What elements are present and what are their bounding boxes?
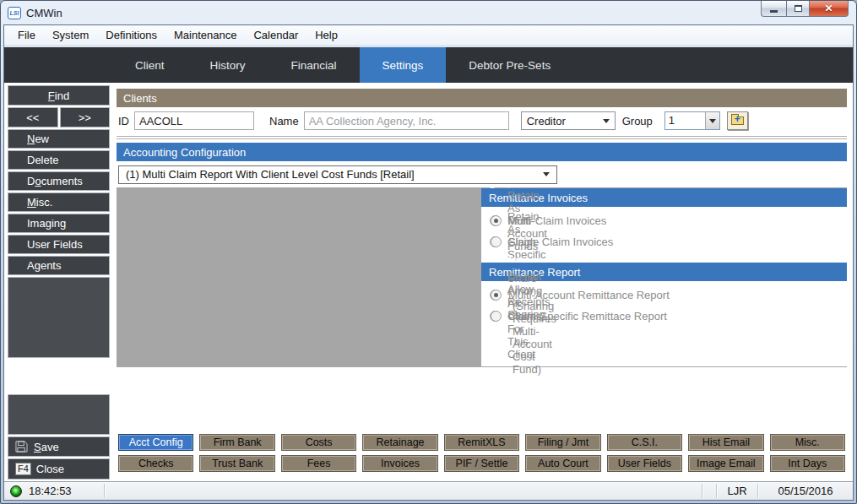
prev-record-button[interactable]: << (8, 107, 58, 127)
column-divider (117, 188, 481, 366)
accounting-config-select[interactable]: (1) Multi Claim Report With Client Level… (118, 165, 557, 184)
id-label: ID (118, 115, 129, 127)
find-button[interactable]: Find (8, 85, 110, 106)
tab-financial[interactable]: Financial (268, 47, 360, 83)
status-time-panel: 18:42:53 (4, 482, 104, 500)
status-time: 18:42:53 (29, 485, 72, 497)
nav-int-days[interactable]: Int Days (770, 455, 845, 472)
app-window: LSI CMWin ✕ File System Definitions Main… (0, 0, 857, 504)
nav-user-fields[interactable]: User Fields (607, 455, 682, 472)
accounting-config-row: (1) Multi Claim Report With Client Level… (117, 161, 847, 187)
add-group-button[interactable]: + (727, 111, 748, 130)
content: Clients ID Name Creditor Group 1 (112, 83, 853, 481)
save-button[interactable]: Save (8, 436, 110, 457)
radio-multi-account-remit-report[interactable]: Multi-Account Remittance Report (485, 285, 847, 306)
remittance-report-options: Multi-Account Remittance Report Claim-Sp… (482, 281, 847, 366)
save-floppy-icon (15, 441, 28, 453)
nav-hist-email[interactable]: Hist Email (688, 434, 763, 451)
sidebar-spacer (8, 360, 110, 394)
status-led-icon (10, 485, 22, 497)
next-record-button[interactable]: >> (60, 107, 111, 127)
nav-costs[interactable]: Costs (281, 434, 356, 451)
nav-fees[interactable]: Fees (281, 455, 356, 472)
menu-system[interactable]: System (44, 27, 97, 43)
group-dropdown-button[interactable] (705, 112, 719, 129)
minimize-icon (770, 10, 778, 13)
menu-definitions[interactable]: Definitions (97, 27, 165, 43)
maximize-button[interactable] (786, 1, 810, 17)
main-row: Find << >> New Delete Documents Misc. (4, 83, 853, 481)
sidebar-empty-panel (8, 277, 110, 358)
f4-key-icon: F4 (15, 463, 31, 475)
status-date: 05/15/2016 (758, 482, 853, 500)
delete-button[interactable]: Delete (8, 150, 110, 170)
menu-maintenance[interactable]: Maintenance (165, 27, 245, 43)
tab-debtor-pre-sets[interactable]: Debtor Pre-Sets (446, 47, 573, 83)
menu-help[interactable]: Help (306, 27, 346, 43)
nav-trust-bank[interactable]: Trust Bank (199, 455, 274, 472)
close-button[interactable]: ✕ (810, 1, 849, 17)
radio-single-claim-invoices[interactable]: Single Claim Invoices (485, 231, 847, 252)
imaging-button[interactable]: Imaging (8, 214, 110, 233)
tab-settings[interactable]: Settings (360, 47, 447, 83)
client-area: File System Definitions Maintenance Cale… (3, 24, 854, 501)
clients-section-header: Clients (117, 89, 847, 107)
chevron-down-icon (543, 172, 550, 176)
chevron-down-icon (603, 119, 610, 123)
nav-pif-settle[interactable]: PIF / Settle (444, 455, 519, 472)
status-user: LJR (717, 482, 757, 500)
nav-image-email[interactable]: Image Email (688, 455, 763, 472)
record-nav: << >> (8, 107, 110, 127)
status-message-panel (105, 482, 702, 500)
misc-button[interactable]: Misc. (8, 192, 110, 212)
group-label: Group (622, 115, 653, 127)
documents-button[interactable]: Documents (8, 171, 110, 191)
group-select[interactable]: 1 (664, 111, 720, 130)
remittance-invoices-options: Multi-Claim Invoices Single Claim Invoic… (482, 207, 847, 263)
nav-acct-config[interactable]: Acct Config (118, 434, 193, 451)
sidebar-empty-panel (8, 394, 110, 435)
name-input[interactable] (304, 111, 509, 130)
close-icon: ✕ (824, 3, 833, 14)
statusbar: 18:42:53 LJR 05/15/2016 (4, 481, 853, 500)
tab-client[interactable]: Client (112, 47, 187, 83)
status-empty-panel (702, 482, 716, 500)
menu-calendar[interactable]: Calendar (245, 27, 306, 43)
user-fields-button[interactable]: User Fields (8, 235, 110, 254)
client-fields-row: ID Name Creditor Group 1 + (117, 107, 847, 134)
nav-invoices[interactable]: Invoices (362, 455, 437, 472)
client-type-select[interactable]: Creditor (521, 111, 616, 130)
nav-remitxls[interactable]: RemitXLS (444, 434, 519, 451)
radio-multi-claim-invoices[interactable]: Multi-Claim Invoices (485, 210, 847, 231)
options-sections: Cost Fund Remittance Invoices Retain As … (117, 187, 847, 367)
window-controls: ✕ (761, 1, 849, 17)
radio-claim-specific-remit-report[interactable]: Claim-Specific Remittace Report (485, 306, 847, 327)
accounting-config-header: Accounting Configuration (117, 143, 847, 161)
new-button[interactable]: New (8, 129, 110, 149)
titlebar[interactable]: LSI CMWin (1, 1, 856, 24)
nav-auto-court[interactable]: Auto Court (525, 455, 600, 472)
nav-csi[interactable]: C.S.I. (607, 434, 682, 451)
nav-filing-jmt[interactable]: Filing / Jmt (525, 434, 600, 451)
nav-misc[interactable]: Misc. (770, 434, 845, 451)
id-input[interactable] (134, 111, 254, 130)
nav-retainage[interactable]: Retainage (362, 434, 437, 451)
minimize-button[interactable] (761, 1, 786, 17)
name-label: Name (269, 115, 299, 127)
nav-checks[interactable]: Checks (118, 455, 193, 472)
menu-file[interactable]: File (9, 27, 44, 43)
menubar: File System Definitions Maintenance Cale… (4, 25, 853, 45)
settings-nav-grid: Acct Config Firm Bank Costs Retainage Re… (117, 434, 847, 472)
app-icon: LSI (8, 7, 21, 19)
maximize-icon (795, 5, 802, 12)
close-form-button[interactable]: F4 Close (8, 458, 110, 480)
window-title: CMWin (26, 7, 62, 19)
agents-button[interactable]: Agents (8, 256, 110, 275)
nav-firm-bank[interactable]: Firm Bank (199, 434, 274, 451)
tab-history[interactable]: History (187, 47, 268, 83)
radio-icon (491, 236, 502, 247)
radio-icon (491, 215, 502, 226)
tabbar: Client History Financial Settings Debtor… (4, 47, 853, 83)
radio-icon (491, 290, 502, 301)
radio-icon (491, 311, 502, 322)
